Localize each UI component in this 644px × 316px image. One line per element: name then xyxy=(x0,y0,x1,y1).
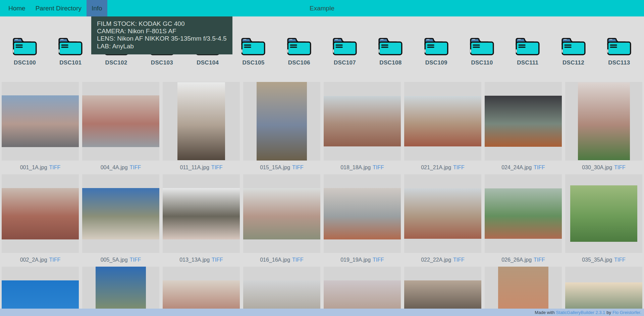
tiff-link[interactable]: TIFF xyxy=(211,165,223,171)
folder-item[interactable]: DSC100 xyxy=(9,35,41,66)
tiff-link[interactable]: TIFF xyxy=(292,257,304,263)
photo-thumbnail[interactable] xyxy=(243,188,320,239)
folder-icon xyxy=(56,35,85,56)
tiff-link[interactable]: TIFF xyxy=(614,165,626,171)
tiff-link[interactable]: TIFF xyxy=(373,257,384,263)
tiff-link[interactable]: TIFF xyxy=(534,257,545,263)
folder-item[interactable]: DSC112 xyxy=(557,35,590,66)
photo-thumbnail[interactable] xyxy=(404,188,481,239)
tiff-link[interactable]: TIFF xyxy=(453,165,465,171)
photo-card[interactable] xyxy=(404,174,481,253)
photo-caption: 024_24A.jpg TIFF xyxy=(485,161,562,174)
footer-author-link[interactable]: Flo Greistorfer. xyxy=(612,310,641,315)
photo-caption: 026_26A.jpg TIFF xyxy=(485,253,562,267)
footer-builder-link[interactable]: StaticGalleryBuilder 2.3.1 xyxy=(556,310,605,315)
nav-link-parent-directory[interactable]: Parent Directory xyxy=(31,0,87,16)
folder-icon xyxy=(330,35,359,56)
folder-icon xyxy=(559,35,588,56)
nav-link-home[interactable]: Home xyxy=(3,0,31,16)
photo-thumbnail[interactable] xyxy=(578,82,630,160)
photo-thumbnail[interactable] xyxy=(2,188,79,239)
photo-card[interactable] xyxy=(2,174,79,253)
photo-cell: 013_13A.jpg TIFF xyxy=(163,174,240,267)
tiff-link[interactable]: TIFF xyxy=(49,257,61,263)
photo-card[interactable] xyxy=(485,82,562,161)
photo-cell: 019_19A.jpg TIFF xyxy=(324,174,401,267)
photo-thumbnail[interactable] xyxy=(2,95,79,147)
photo-card[interactable] xyxy=(243,82,320,161)
photo-cell: 026_26A.jpg TIFF xyxy=(485,174,562,267)
photo-card[interactable] xyxy=(2,82,79,161)
tiff-link[interactable]: TIFF xyxy=(130,165,141,171)
folder-item[interactable]: DSC101 xyxy=(54,35,87,66)
photo-thumbnail[interactable] xyxy=(163,188,240,239)
photo-filename: 022_22A.jpg xyxy=(421,257,451,263)
photo-caption: 030_30A.jpg TIFF xyxy=(565,161,642,174)
photo-cell: 018_18A.jpg TIFF xyxy=(324,82,401,174)
folder-label: DSC113 xyxy=(608,59,630,66)
folder-item[interactable]: DSC111 xyxy=(512,35,544,66)
folder-item[interactable]: DSC108 xyxy=(374,35,407,66)
folder-item[interactable]: DSC107 xyxy=(329,35,361,66)
photo-card[interactable] xyxy=(163,174,240,253)
folder-icon xyxy=(468,35,496,56)
folder-label: DSC109 xyxy=(425,59,447,66)
photo-thumbnail[interactable] xyxy=(82,188,159,239)
folder-item[interactable]: DSC110 xyxy=(466,35,498,66)
photo-card[interactable] xyxy=(82,82,159,161)
photo-thumbnail[interactable] xyxy=(257,82,307,161)
folder-icon xyxy=(285,35,314,56)
tiff-link[interactable]: TIFF xyxy=(49,165,61,171)
photo-thumbnail[interactable] xyxy=(324,96,401,146)
photo-filename: 026_26A.jpg xyxy=(501,257,532,263)
photo-card[interactable] xyxy=(404,82,481,161)
photo-card[interactable] xyxy=(163,82,240,161)
photo-thumbnail[interactable] xyxy=(485,188,562,239)
tiff-link[interactable]: TIFF xyxy=(292,165,304,171)
photo-caption: 002_2A.jpg TIFF xyxy=(2,253,79,267)
folder-item[interactable]: DSC106 xyxy=(283,35,315,66)
photo-thumbnail[interactable] xyxy=(82,95,159,147)
folder-item[interactable]: DSC113 xyxy=(603,35,635,66)
nav-tab-info[interactable]: Info xyxy=(87,0,107,16)
tiff-link[interactable]: TIFF xyxy=(534,165,545,171)
photo-filename: 004_4A.jpg xyxy=(101,165,128,171)
photo-card[interactable] xyxy=(485,174,562,253)
photo-thumbnail[interactable] xyxy=(324,188,401,239)
photo-caption: 001_1A.jpg TIFF xyxy=(2,161,79,174)
photo-thumbnail[interactable] xyxy=(177,82,225,160)
footer-made-with: Made with xyxy=(535,310,554,315)
photo-thumbnail[interactable] xyxy=(570,185,637,242)
photo-card[interactable] xyxy=(324,174,401,253)
photo-cell: 035_35A.jpg TIFF xyxy=(565,174,642,267)
photo-filename: 030_30A.jpg xyxy=(582,165,612,171)
tiff-link[interactable]: TIFF xyxy=(453,257,465,263)
photo-card[interactable] xyxy=(565,82,642,161)
photo-cell: 015_15A.jpg TIFF xyxy=(243,82,320,174)
photo-cell: 011_11A.jpg TIFF xyxy=(163,82,240,174)
footer-by: by xyxy=(606,310,611,315)
photo-card[interactable] xyxy=(82,174,159,253)
photo-filename: 002_2A.jpg xyxy=(20,257,47,263)
info-tooltip: FILM STOCK: KODAK GC 400 CAMERA: Nikon F… xyxy=(91,16,232,54)
photo-cell: 001_1A.jpg TIFF xyxy=(2,82,79,174)
photo-caption: 021_21A.jpg TIFF xyxy=(404,161,481,174)
folder-item[interactable]: DSC105 xyxy=(237,35,269,66)
folder-label: DSC112 xyxy=(562,59,584,66)
photo-filename: 011_11A.jpg xyxy=(180,165,209,171)
navbar: Home Parent Directory Info Example xyxy=(0,0,644,16)
tiff-link[interactable]: TIFF xyxy=(614,257,626,263)
photo-card[interactable] xyxy=(324,82,401,161)
folder-label: DSC111 xyxy=(517,59,538,66)
tiff-link[interactable]: TIFF xyxy=(130,257,141,263)
photo-thumbnail[interactable] xyxy=(404,96,481,146)
photo-card[interactable] xyxy=(243,174,320,253)
photo-caption: 011_11A.jpg TIFF xyxy=(163,161,240,174)
photo-thumbnail[interactable] xyxy=(485,96,562,147)
photo-card[interactable] xyxy=(565,174,642,253)
folder-label: DSC100 xyxy=(14,59,36,66)
photo-filename: 005_5A.jpg xyxy=(101,257,128,263)
folder-item[interactable]: DSC109 xyxy=(420,35,452,66)
tiff-link[interactable]: TIFF xyxy=(212,257,223,263)
tiff-link[interactable]: TIFF xyxy=(373,165,384,171)
